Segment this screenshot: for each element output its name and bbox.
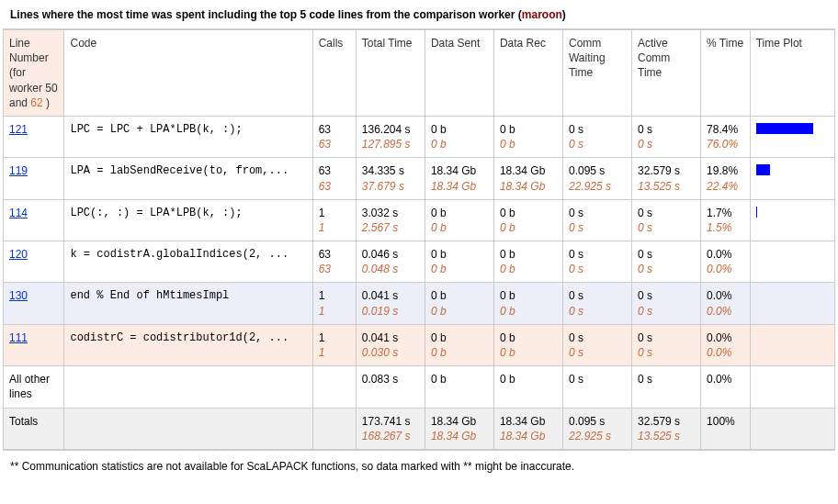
time-plot-cell <box>750 199 834 241</box>
time-plot-cell <box>750 158 834 199</box>
line-number-cell: 114 <box>4 199 64 241</box>
cell: 173.741 s168.267 s <box>356 408 425 449</box>
time-plot-cell <box>750 408 834 449</box>
cell: 0 b0 b <box>425 116 493 157</box>
line-number-cell: All other lines <box>4 366 64 408</box>
cell: 6363 <box>312 116 356 157</box>
time-plot-cell <box>750 241 834 283</box>
cell: 0 b0 b <box>425 283 493 324</box>
line-link[interactable]: 121 <box>9 123 28 136</box>
cell: 0.0%0.0% <box>701 283 751 324</box>
cell: 0 s0 s <box>632 283 701 324</box>
cell: 0.0%0.0% <box>701 324 751 365</box>
code-cell <box>64 408 312 449</box>
line-link[interactable]: 111 <box>9 331 28 344</box>
table-row: 130end % End of hMtimesImpl110.041 s0.01… <box>4 283 835 324</box>
cell <box>312 408 356 449</box>
table-row: 114LPC(:, :) = LPA*LPB(k, :);113.032 s2.… <box>4 199 835 241</box>
cell: 11 <box>312 199 356 241</box>
cell: 0 s0 s <box>632 116 701 157</box>
cell: 0 s <box>632 366 701 408</box>
cell: 0 b0 b <box>493 116 562 157</box>
cell: 0 s0 s <box>562 283 631 324</box>
footnote: ** Communication statistics are not avai… <box>3 450 835 480</box>
line-link[interactable]: 130 <box>9 289 28 302</box>
cell: 3.032 s2.567 s <box>356 199 425 241</box>
cell: 78.4%76.0% <box>701 116 751 157</box>
cell: 136.204 s127.895 s <box>356 116 425 157</box>
col-data-rec: Data Rec <box>493 30 562 117</box>
line-number-cell: 119 <box>4 158 64 199</box>
table-row: 119LPA = labSendReceive(to, from,...6363… <box>4 158 835 199</box>
col-total-time: Total Time <box>356 30 425 117</box>
line-number-cell: 111 <box>4 324 64 365</box>
line-link[interactable]: 120 <box>9 248 28 261</box>
line-number-cell: 130 <box>4 283 64 324</box>
cell: 0.095 s22.925 s <box>562 158 631 199</box>
cell: 0 b0 b <box>493 199 562 241</box>
cell <box>312 366 356 408</box>
table-row: 111codistrC = codistributor1d(2, ...110.… <box>4 324 835 365</box>
table-row: 120k = codistrA.globalIndices(2, ...6363… <box>4 241 835 283</box>
code-cell <box>64 366 312 408</box>
cell: 0 b <box>493 366 562 408</box>
time-plot-cell <box>750 283 834 324</box>
cell: 0.0%0.0% <box>701 241 751 283</box>
cell: 0 b0 b <box>493 324 562 365</box>
all-other-row: All other lines0.083 s0 b0 b0 s0 s0.0% <box>4 366 835 408</box>
profile-table: Line Number (for worker 50 and 62 ) Code… <box>3 29 835 450</box>
cell: 0 s0 s <box>562 241 631 283</box>
code-cell: end % End of hMtimesImpl <box>64 283 312 324</box>
cell: 0 s0 s <box>562 116 631 157</box>
title-maroon: maroon <box>522 8 562 21</box>
cell: 18.34 Gb18.34 Gb <box>425 408 493 449</box>
cell: 100% <box>701 408 751 449</box>
title-text: Lines where the most time was spent incl… <box>10 8 522 21</box>
section-title: Lines where the most time was spent incl… <box>3 3 835 29</box>
time-plot-cell <box>750 116 834 157</box>
line-number-cell: 121 <box>4 116 64 157</box>
time-plot-cell <box>750 366 834 408</box>
cell: 18.34 Gb18.34 Gb <box>425 158 493 199</box>
col-data-sent: Data Sent <box>425 30 493 117</box>
cell: 11 <box>312 324 356 365</box>
title-suffix: ) <box>562 8 566 21</box>
code-cell: LPA = labSendReceive(to, from,... <box>64 158 312 199</box>
cell: 19.8%22.4% <box>701 158 751 199</box>
cell: 34.335 s37.679 s <box>356 158 425 199</box>
cell: 0.0% <box>701 366 751 408</box>
cell: 0 s0 s <box>562 199 631 241</box>
col-pct-time: % Time <box>701 30 751 117</box>
cell: 0 s <box>562 366 631 408</box>
cell: 0 s0 s <box>632 199 701 241</box>
totals-row: Totals173.741 s168.267 s18.34 Gb18.34 Gb… <box>4 408 835 449</box>
line-link[interactable]: 114 <box>9 207 28 219</box>
col-calls: Calls <box>312 30 356 117</box>
code-cell: codistrC = codistributor1d(2, ... <box>64 324 312 365</box>
line-number-cell: Totals <box>4 408 64 449</box>
cell: 6363 <box>312 241 356 283</box>
col-comm-wait: Comm Waiting Time <box>562 30 631 117</box>
line-link[interactable]: 119 <box>9 164 28 177</box>
cell: 0 b0 b <box>425 199 493 241</box>
cell: 32.579 s13.525 s <box>632 158 701 199</box>
cell: 11 <box>312 283 356 324</box>
cell: 0.041 s0.019 s <box>356 283 425 324</box>
cell: 1.7%1.5% <box>701 199 751 241</box>
cell: 0 b0 b <box>425 324 493 365</box>
time-plot-cell <box>750 324 834 365</box>
cell: 32.579 s13.525 s <box>632 408 701 449</box>
col-active-comm: Active Comm Time <box>632 30 701 117</box>
header-row: Line Number (for worker 50 and 62 ) Code… <box>4 30 835 117</box>
cell: 0 b0 b <box>493 241 562 283</box>
cell: 0.046 s0.048 s <box>356 241 425 283</box>
cell: 0 b0 b <box>425 241 493 283</box>
cell: 0 s0 s <box>562 324 631 365</box>
line-number-cell: 120 <box>4 241 64 283</box>
cell: 0 s0 s <box>632 241 701 283</box>
cell: 6363 <box>312 158 356 199</box>
cell: 18.34 Gb18.34 Gb <box>493 158 562 199</box>
cell: 0 b <box>425 366 493 408</box>
col-line-number: Line Number (for worker 50 and 62 ) <box>4 30 64 117</box>
table-row: 121LPC = LPC + LPA*LPB(k, :);6363136.204… <box>4 116 835 157</box>
